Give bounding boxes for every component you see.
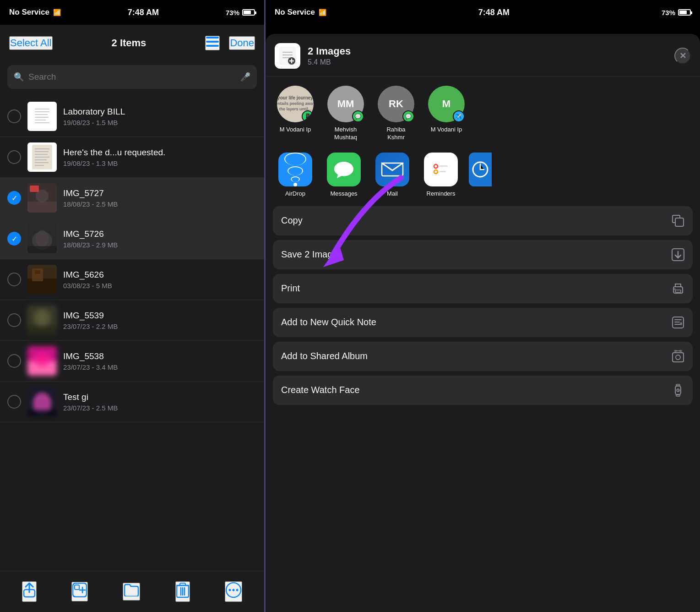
- svg-point-74: [676, 355, 680, 360]
- right-status-bar: No Service 📶 7:48 AM 73%: [266, 0, 700, 25]
- watch-face-action[interactable]: Create Watch Face: [273, 376, 693, 405]
- quick-note-action[interactable]: Add to New Quick Note: [273, 308, 693, 337]
- search-icon: 🔍: [14, 72, 24, 82]
- svg-rect-17: [35, 165, 44, 166]
- list-item[interactable]: ✓ IMG_5726 18/08/23 - 2.9 MB: [0, 219, 264, 259]
- list-item[interactable]: Laboratory BILL 19/08/23 - 1.5 MB: [0, 96, 264, 137]
- left-status-right: 73%: [226, 9, 255, 16]
- mail-label: Mail: [387, 190, 398, 197]
- quick-note-icon: [672, 316, 684, 329]
- svg-rect-1: [206, 41, 219, 43]
- add-button[interactable]: [71, 582, 88, 601]
- right-panel: No Service 📶 7:48 AM 73% 2 Images: [266, 0, 700, 612]
- copy-label: Copy: [281, 215, 303, 226]
- left-status-left: No Service 📶: [9, 8, 61, 17]
- file-thumb-1: [27, 102, 57, 131]
- save-images-action[interactable]: Save 2 Images: [273, 240, 693, 269]
- svg-rect-72: [673, 317, 684, 328]
- share-button[interactable]: [22, 581, 37, 602]
- wave-medium: [288, 166, 303, 175]
- file-name-1: Laboratory BILL: [63, 107, 257, 117]
- svg-rect-12: [35, 151, 49, 152]
- print-action[interactable]: Print: [273, 274, 693, 303]
- svg-rect-56: [381, 161, 404, 178]
- left-battery-pct: 73%: [226, 9, 239, 16]
- file-info-2: Here's the d...u requested. 19/08/23 - 1…: [63, 148, 257, 167]
- svg-rect-7: [35, 117, 49, 118]
- wave-large: [284, 153, 306, 165]
- list-item[interactable]: Here's the d...u requested. 19/08/23 - 1…: [0, 137, 264, 178]
- svg-rect-61: [440, 165, 448, 167]
- file-thumb-8: [27, 387, 57, 416]
- file-thumb-5: [27, 265, 57, 294]
- list-item[interactable]: Test gi 23/07/23 - 2.5 MB: [0, 382, 264, 422]
- svg-point-35: [34, 352, 50, 366]
- select-all-button[interactable]: Select All: [9, 36, 53, 50]
- search-input[interactable]: [28, 72, 236, 82]
- left-nav-bar: Select All 2 Items Done: [0, 25, 264, 61]
- file-name-7: IMG_5538: [63, 351, 257, 361]
- contact-item-2[interactable]: MM 💬 MehvishMushtaq: [325, 86, 366, 142]
- app-item-reminders[interactable]: Reminders: [420, 153, 461, 197]
- svg-rect-29: [35, 270, 40, 274]
- svg-rect-38: [27, 410, 57, 416]
- contact-avatar-4: M ✈️: [428, 86, 465, 122]
- done-button[interactable]: Done: [229, 36, 255, 50]
- file-checkbox-7[interactable]: [7, 354, 21, 368]
- file-checkbox-4[interactable]: ✓: [7, 232, 21, 246]
- svg-rect-9: [35, 122, 49, 123]
- svg-rect-13: [35, 154, 48, 155]
- contacts-row: your life journey entails peeling away t…: [266, 76, 700, 151]
- share-sheet-title: 2 Images: [308, 45, 667, 57]
- shared-album-action[interactable]: Add to Shared Album: [273, 342, 693, 371]
- list-item[interactable]: IMG_5626 03/08/23 - 5 MB: [0, 259, 264, 300]
- svg-point-31: [35, 309, 49, 328]
- apps-row: AirDrop Messages: [266, 151, 700, 206]
- svg-text:entails peeling away: entails peeling away: [277, 101, 314, 106]
- copy-action[interactable]: Copy: [273, 206, 693, 235]
- file-checkbox-5[interactable]: [7, 273, 21, 286]
- list-view-button[interactable]: [205, 36, 220, 50]
- svg-rect-62: [440, 171, 446, 172]
- bottom-toolbar: [0, 571, 264, 612]
- airdrop-dot: [293, 183, 297, 186]
- contact-item-4[interactable]: M ✈️ M Vodani Ip: [426, 86, 467, 142]
- right-status-right: 73%: [662, 9, 691, 16]
- app-item-airdrop[interactable]: AirDrop: [275, 153, 316, 197]
- svg-text:your life journey: your life journey: [277, 95, 313, 100]
- more-button[interactable]: [225, 581, 242, 602]
- svg-rect-4: [35, 109, 49, 109]
- file-checkbox-2[interactable]: [7, 150, 21, 164]
- svg-point-48: [232, 589, 234, 591]
- file-checkbox-1[interactable]: [7, 109, 21, 123]
- svg-point-71: [674, 288, 676, 290]
- contact-name-4: M Vodani Ip: [431, 126, 462, 134]
- svg-rect-19: [27, 202, 57, 213]
- file-name-6: IMG_5539: [63, 311, 257, 321]
- app-item-messages[interactable]: Messages: [323, 153, 364, 197]
- contact-badge-4: ✈️: [453, 110, 465, 122]
- print-label: Print: [281, 283, 300, 294]
- shared-album-icon: [672, 350, 684, 363]
- file-meta-6: 23/07/23 - 2.2 MB: [63, 322, 257, 330]
- file-list: Laboratory BILL 19/08/23 - 1.5 MB: [0, 96, 264, 571]
- list-item[interactable]: IMG_5539 23/07/23 - 2.2 MB: [0, 300, 264, 341]
- file-checkbox-3[interactable]: ✓: [7, 191, 21, 205]
- trash-button[interactable]: [175, 581, 190, 602]
- file-checkbox-6[interactable]: [7, 313, 21, 327]
- contact-item-3[interactable]: RK 💬 RahibaKshmr: [375, 86, 417, 142]
- copy-icon: [672, 214, 684, 227]
- wave-small: [291, 176, 300, 182]
- reminders-label: Reminders: [427, 190, 456, 197]
- contact-item-1[interactable]: your life journey entails peeling away t…: [275, 86, 316, 142]
- left-battery-icon: [242, 9, 255, 16]
- app-item-mail[interactable]: Mail: [372, 153, 413, 197]
- file-info-8: Test gi 23/07/23 - 2.5 MB: [63, 392, 257, 412]
- file-checkbox-8[interactable]: [7, 395, 21, 409]
- list-item[interactable]: IMG_5538 23/07/23 - 3.4 MB: [0, 341, 264, 382]
- file-name-8: Test gi: [63, 392, 257, 402]
- list-item[interactable]: ✓ IMG_5727 18/08/23 - 2.5 MB: [0, 178, 264, 219]
- share-close-button[interactable]: ✕: [674, 48, 691, 64]
- app-item-partial[interactable]: [469, 153, 492, 197]
- folder-button[interactable]: [123, 583, 140, 601]
